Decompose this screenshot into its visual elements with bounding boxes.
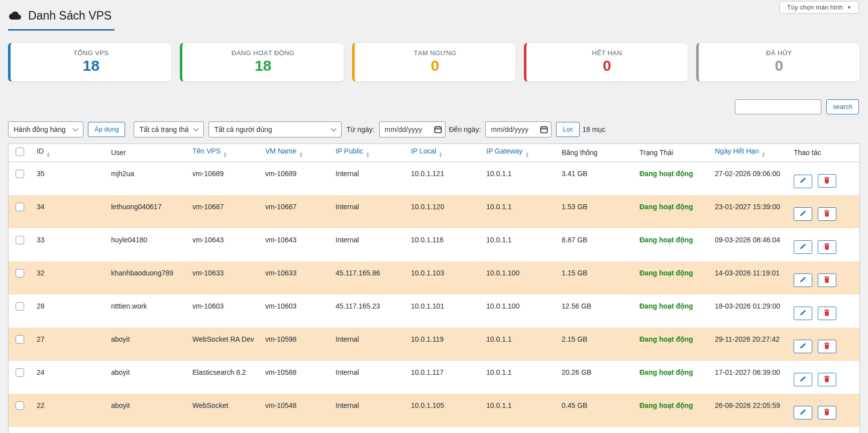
cell-ip-public: 45.117.165.86 (331, 261, 406, 295)
column-header-actions: Thao tác (789, 144, 859, 162)
column-header-expiry[interactable]: Ngày Hết Hạn (710, 144, 789, 162)
row-checkbox[interactable] (16, 236, 24, 244)
cell-user: mjh2ua (106, 162, 187, 195)
edit-button[interactable] (794, 373, 812, 386)
table-row: 22 aboyit WebSocket vm-10548 Internal 10… (9, 394, 859, 427)
status-badge: Đang hoạt động (634, 162, 710, 195)
delete-button[interactable] (818, 273, 836, 287)
apply-button[interactable]: Áp dụng (88, 122, 125, 137)
column-header-ip-local[interactable]: IP Local (406, 144, 481, 162)
cell-ten-vps: vm-10603 (187, 295, 260, 328)
stat-card-total-vps: TỔNG VPS 18 (8, 43, 172, 82)
sort-icon[interactable] (299, 152, 303, 158)
cell-actions (789, 427, 859, 433)
row-checkbox[interactable] (16, 335, 24, 344)
cell-ip-public: Internal (331, 195, 406, 228)
cell-id: 27 (32, 328, 106, 361)
stat-value: 0 (699, 57, 859, 75)
status-badge: Đang hoạt động (634, 195, 710, 228)
edit-button[interactable] (794, 175, 812, 188)
edit-button[interactable] (794, 273, 812, 287)
screen-options-button[interactable]: Tùy chọn màn hình ▼ (780, 1, 859, 14)
cell-vm-name: vm-10588 (260, 361, 331, 394)
delete-button[interactable] (818, 373, 836, 386)
delete-button[interactable] (818, 406, 836, 419)
delete-button[interactable] (818, 174, 836, 188)
row-checkbox[interactable] (16, 302, 24, 311)
stat-card-active: ĐANG HOẠT ĐỘNG 18 (180, 43, 344, 82)
edit-button[interactable] (794, 340, 812, 353)
delete-button[interactable] (818, 340, 836, 353)
sort-icon[interactable] (223, 152, 227, 158)
edit-button[interactable] (794, 207, 812, 221)
sort-icon[interactable] (762, 152, 766, 158)
to-date-input[interactable] (485, 121, 552, 137)
cell-ten-vps: vm-10687 (187, 195, 260, 228)
row-checkbox[interactable] (16, 203, 24, 211)
cell-expiry: 29-11-2026 20:27:42 (710, 328, 789, 361)
row-checkbox[interactable] (16, 170, 24, 178)
row-checkbox[interactable] (16, 368, 24, 377)
edit-button[interactable] (794, 240, 812, 254)
trash-icon (824, 309, 830, 318)
cell-vm-name: vm-10687 (260, 195, 331, 228)
sort-icon[interactable] (366, 152, 370, 158)
delete-button[interactable] (818, 307, 836, 320)
column-header-vm-name[interactable]: VM Name (260, 144, 331, 162)
status-badge: Đang hoạt động (634, 261, 710, 295)
cell-ten-vps: vm-10526 (187, 427, 260, 433)
cell-user: lethuong040617 (106, 195, 187, 228)
from-date-wrap (379, 121, 446, 137)
cell-ip-gateway: 10.0.1.100 (481, 261, 557, 295)
search-button[interactable]: search (826, 99, 859, 114)
to-date-wrap (485, 121, 552, 137)
cell-bandwidth: 0.45 GB (557, 394, 634, 427)
status-badge: Đang hoạt động (634, 427, 710, 433)
sort-icon[interactable] (439, 152, 443, 158)
select-all-checkbox[interactable] (16, 148, 24, 156)
cell-ip-local: 10.0.1.117 (406, 361, 481, 394)
cell-expiry: 18-03-2026 01:29:00 (710, 295, 789, 328)
column-header-ten-vps[interactable]: Tên VPS (187, 144, 260, 162)
cell-ten-vps: vm-10643 (187, 228, 260, 261)
edit-button[interactable] (794, 406, 812, 419)
table-row: 27 aboyit WebSocket RA Dev vm-10598 Inte… (9, 328, 859, 361)
cell-actions (789, 228, 859, 261)
cell-actions (789, 195, 859, 228)
column-header-status: Trạng Thái (634, 144, 710, 162)
column-header-ip-gateway[interactable]: IP Gateway (481, 144, 557, 162)
search-input[interactable] (735, 99, 821, 114)
cell-ten-vps: WebSocket RA Dev (187, 328, 260, 361)
bulk-action-select[interactable]: Hành động hàng loạt (8, 121, 83, 137)
cell-ip-public: Internal (331, 361, 406, 394)
sort-icon[interactable] (525, 152, 529, 158)
stat-card-suspended: TẠM NGƯNG 0 (352, 43, 516, 82)
stat-value: 18 (11, 57, 171, 75)
cell-ip-gateway: 10.0.1.100 (481, 427, 557, 433)
filter-button[interactable]: Lọc (556, 122, 580, 137)
cell-checkbox (9, 295, 32, 328)
delete-button[interactable] (818, 240, 836, 254)
sort-icon[interactable] (46, 152, 50, 158)
cell-expiry: 27-02-2026 09:06:00 (710, 162, 789, 195)
screen-options-label: Tùy chọn màn hình (787, 4, 843, 11)
user-filter-select[interactable]: Tất cả người dùng (208, 121, 342, 137)
cell-vm-name: vm-10526 (260, 427, 331, 433)
edit-button[interactable] (794, 307, 812, 320)
column-header-user: User (106, 144, 187, 162)
pencil-icon (800, 343, 806, 351)
from-date-input[interactable] (379, 121, 446, 137)
column-header-id[interactable]: ID (32, 144, 106, 162)
delete-button[interactable] (818, 207, 836, 221)
status-filter-select[interactable]: Tất cả trạng thái (134, 121, 204, 137)
row-checkbox[interactable] (16, 401, 24, 410)
row-checkbox[interactable] (16, 269, 24, 277)
cell-id: 33 (32, 228, 106, 261)
cell-expiry: 09-03-2026 08:46:04 (710, 228, 789, 261)
stat-value: 0 (526, 57, 687, 75)
column-header-ip-public[interactable]: IP Public (331, 144, 406, 162)
cell-ip-gateway: 10.0.1.1 (481, 195, 557, 228)
cell-bandwidth: 3.22 GB (557, 427, 634, 433)
cell-actions (789, 295, 859, 328)
trash-icon (824, 210, 830, 218)
